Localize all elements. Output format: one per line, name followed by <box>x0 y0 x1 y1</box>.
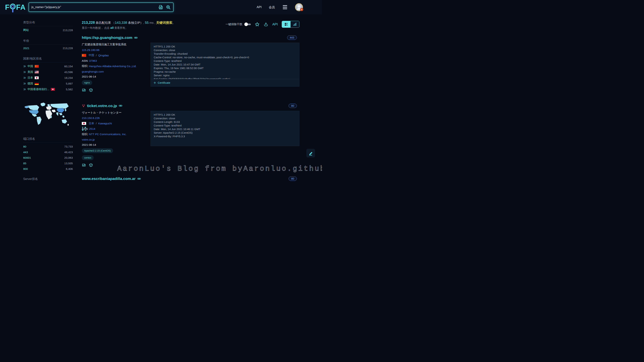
facet-row-port-80[interactable]: 80 73,733 <box>23 143 73 148</box>
nav-member-link[interactable]: 会员 <box>269 5 275 9</box>
flag-jp-icon <box>35 77 39 79</box>
country-link[interactable]: 中国 <box>89 54 94 57</box>
exclude-noise-toggle[interactable] <box>244 23 251 26</box>
chart-view-button[interactable] <box>290 21 299 28</box>
source-code-icon[interactable] <box>82 88 86 92</box>
http-response: HTTP/1.1 200 OK Connection: close Conten… <box>150 111 299 167</box>
sidebar: 类型分布 网站 213,228 年份 2021 213,228 国家/地区排名 … <box>23 21 73 181</box>
facet-label[interactable]: 60001 <box>23 156 31 159</box>
api-button[interactable]: API <box>272 22 278 26</box>
facet-label[interactable]: 美国 <box>28 70 33 74</box>
source-code-icon[interactable] <box>82 163 86 167</box>
world-map[interactable] <box>23 102 72 131</box>
facet-label[interactable]: 80 <box>23 145 26 148</box>
city-link[interactable]: Qingdao <box>98 54 109 57</box>
facet-value: 73,733 <box>64 145 73 148</box>
fofa-magnifier-icon <box>10 4 16 9</box>
tag-nginx[interactable]: nginx <box>82 80 92 85</box>
result-info: 广宏建设集团项目施工方案审批系统 115.29.160.66 中国 / Qing… <box>82 43 148 92</box>
section-title: 国家/地区排名 <box>23 57 73 63</box>
org-link[interactable]: Hangzhou Alibaba Advertising Co.,Ltd. <box>89 65 137 68</box>
city-link[interactable]: Kawaguchi <box>98 122 112 125</box>
facet-row-port-443[interactable]: 443 48,423 <box>23 148 73 154</box>
certificate-expander[interactable]: Certificate <box>150 79 299 87</box>
keyword-search-link[interactable]: 关键词搜索 <box>156 21 172 25</box>
link-icon[interactable] <box>134 36 138 40</box>
fofa-logo[interactable]: F FA <box>5 3 26 11</box>
exclude-noise-label: 一键排除干扰 <box>226 23 242 26</box>
sidebar-section-type: 类型分布 网站 213,228 <box>23 21 73 32</box>
tag-apache[interactable]: Apache/2.2.15 (CentOS) <box>82 148 113 153</box>
result-title-link[interactable]: https://sp.guanghongjs.com <box>82 36 132 40</box>
facet-label[interactable]: 网站 <box>23 28 29 32</box>
org-link[interactable]: NTT PC Communications, Inc. <box>89 133 126 136</box>
asn-link[interactable]: 2514 <box>89 127 95 130</box>
facet-label[interactable]: 德国 <box>28 82 33 86</box>
facet-row-country-jp[interactable]: 日本 18,234 <box>23 74 73 80</box>
star-icon[interactable] <box>255 22 260 27</box>
flag-us-icon <box>35 71 39 73</box>
port-badge[interactable]: 443 <box>287 36 297 40</box>
facet-label[interactable]: 85 <box>23 162 26 165</box>
facet-value: 43,596 <box>64 71 73 74</box>
link-icon[interactable] <box>137 177 141 180</box>
tag-centos[interactable]: centos <box>82 155 94 160</box>
http-headers-panel[interactable]: HTTP/1.1 200 OK Connection: close Conten… <box>150 111 299 146</box>
products-icon[interactable] <box>89 88 93 92</box>
ip-link[interactable]: 210.150.6.226 <box>82 116 100 120</box>
bar-chart-icon <box>293 22 297 27</box>
map-expand-icon[interactable] <box>82 127 86 131</box>
edit-fab-button[interactable] <box>306 149 315 157</box>
sidebar-section-countries: 国家/地区排名 中国 60,154 美国 43,596 日本 18,234 <box>23 57 73 91</box>
result-title-link[interactable]: ticket.votre.co.jp <box>87 104 117 108</box>
facet-label[interactable]: 443 <box>23 151 28 154</box>
asn-link[interactable]: 37963 <box>89 59 97 63</box>
facet-label[interactable]: 中国香港特别行... <box>28 88 49 91</box>
top-navigation: API 会员 F <box>257 3 303 11</box>
flag-cn-icon <box>82 54 86 57</box>
country-link[interactable]: 日本 <box>89 122 94 125</box>
plus-icon <box>154 82 156 84</box>
icon-search-ico[interactable] <box>158 5 163 10</box>
products-icon[interactable] <box>89 163 93 167</box>
avatar[interactable]: F <box>295 3 303 11</box>
sidebar-section-servers: Server排名 Apache 52,874 nginx 19,595 Micr… <box>23 177 73 181</box>
facet-row-port-800[interactable]: 800 6,406 <box>23 165 73 171</box>
facet-row-website[interactable]: 网站 213,228 <box>23 26 73 32</box>
search-input[interactable] <box>32 6 158 9</box>
http-headers-panel[interactable]: HTTP/1.1 200 OK Connection: close Transf… <box>150 43 299 79</box>
facet-row-country-hk[interactable]: 中国香港特别行... 5,582 <box>23 86 73 91</box>
facet-value: 13,935 <box>64 162 73 165</box>
list-view-button[interactable] <box>282 21 290 28</box>
domain-link[interactable]: guanghongjs.com <box>82 70 104 73</box>
facet-label[interactable]: 800 <box>23 167 28 171</box>
double-chevron-icon <box>23 71 26 73</box>
facet-row-port-85[interactable]: 85 13,935 <box>23 159 73 165</box>
facet-row-port-60001[interactable]: 60001 20,063 <box>23 154 73 159</box>
nav-api-link[interactable]: API <box>257 6 262 9</box>
double-chevron-icon <box>23 77 26 79</box>
download-icon[interactable] <box>264 22 268 27</box>
facet-row-country-us[interactable]: 美国 43,596 <box>23 68 73 74</box>
unique-ip-count: 143,338 <box>115 21 127 25</box>
query-time: 55 <box>145 21 149 25</box>
section-title: Server排名 <box>23 177 73 181</box>
facet-label[interactable]: 日本 <box>28 76 33 80</box>
facet-label[interactable]: 2021 <box>23 47 29 50</box>
facet-row-2021[interactable]: 2021 213,228 <box>23 45 73 50</box>
port-badge[interactable]: 80 <box>288 177 297 181</box>
result-title-link[interactable]: www.escribaniapadilla.com.ar <box>82 177 136 181</box>
link-icon[interactable] <box>119 104 122 107</box>
facet-row-country-de[interactable]: 德国 5,897 <box>23 80 73 86</box>
facet-label[interactable]: 中国 <box>28 64 33 68</box>
port-badge[interactable]: 80 <box>288 104 297 108</box>
ip-link[interactable]: 115.29.160.66 <box>82 48 100 52</box>
search-icon[interactable] <box>166 5 170 10</box>
search-bar <box>28 3 174 12</box>
menu-icon[interactable] <box>282 5 288 10</box>
site-name: ヴォートル・チケットセンター <box>82 111 148 115</box>
domain-link[interactable]: votre.co.jp <box>82 138 95 141</box>
facet-row-country-cn[interactable]: 中国 60,154 <box>23 63 73 68</box>
view-all-link[interactable]: all <box>110 26 114 30</box>
pencil-icon <box>308 151 313 156</box>
